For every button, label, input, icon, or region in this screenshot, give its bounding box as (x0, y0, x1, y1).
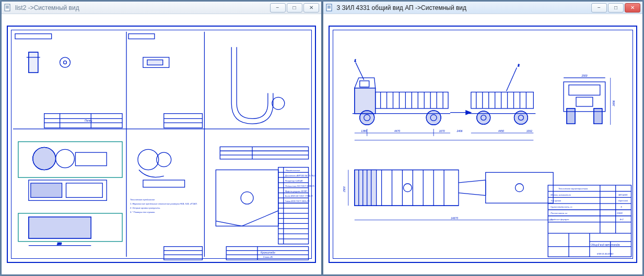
svg-line-128 (506, 67, 517, 91)
drawing-sheet: 280 Технические требования 1. Неуказанны… (7, 26, 316, 263)
close-button[interactable]: ✕ (625, 3, 640, 13)
svg-rect-114 (569, 85, 600, 95)
svg-rect-3 (6, 8, 9, 8)
svg-rect-18 (128, 34, 155, 39)
minimize-button[interactable]: − (591, 3, 607, 13)
spec-row-value: 4×2 (619, 218, 624, 221)
svg-point-112 (518, 115, 523, 121)
maximize-icon: □ (614, 5, 617, 10)
svg-rect-53 (278, 167, 309, 244)
svg-rect-29 (18, 142, 122, 178)
mdi-window-zil4331: 3 ЗИЛ 4331 общий вид АП ->Системный вид … (323, 1, 643, 275)
titlebar[interactable]: list2 ->Системный вид − □ ✕ (2, 2, 321, 14)
spec-row-label: Модель автомобиля (551, 194, 571, 196)
svg-rect-12 (15, 34, 52, 39)
svg-point-90 (359, 111, 374, 125)
svg-rect-149 (548, 185, 631, 257)
spec-row-label: Грузоподъёмность, т (551, 206, 572, 208)
svg-point-107 (476, 111, 490, 124)
drawing-svg: 280 Технические требования 1. Неуказанны… (8, 27, 315, 262)
svg-rect-44 (164, 247, 203, 260)
spec-row-value: бортовой (618, 199, 628, 202)
svg-rect-37 (66, 183, 103, 197)
svg-rect-14 (29, 52, 38, 73)
window-title: 3 ЗИЛ 4331 общий вид АП ->Системный вид (337, 4, 592, 11)
svg-rect-118 (593, 109, 602, 124)
maximize-button[interactable]: □ (608, 3, 624, 13)
svg-rect-2 (6, 7, 9, 7)
close-icon: ✕ (630, 5, 635, 10)
drawing-canvas-left[interactable]: 280 Технические требования 1. Неуказанны… (2, 14, 321, 274)
svg-rect-115 (567, 109, 575, 124)
svg-point-17 (64, 61, 67, 64)
titlebar[interactable]: 3 ЗИЛ 4331 общий вид АП ->Системный вид … (323, 2, 643, 14)
svg-rect-25 (220, 147, 308, 159)
svg-rect-38 (29, 217, 91, 238)
dim-text: 2500 (581, 75, 587, 77)
titleblock-title: Общий вид автопоезда (591, 243, 620, 246)
spec-row-label: Полная масса, кг (551, 212, 567, 214)
titleblock-code: КПИ 01.00.00 ВО (597, 253, 613, 255)
dim-text: 4450 (498, 130, 504, 133)
svg-rect-70 (327, 6, 331, 6)
close-button[interactable]: ✕ (303, 3, 319, 13)
svg-rect-75 (359, 81, 369, 87)
subframe-material: Сталь 45 (263, 256, 273, 258)
dim-text: 2656 (612, 100, 615, 106)
svg-line-127 (355, 63, 364, 80)
maximize-icon: □ (292, 5, 296, 10)
spec-row: Болт М10×30 ГОСТ 7798-70 (285, 195, 313, 198)
dim-text: 4470 (394, 130, 400, 133)
svg-rect-35 (29, 180, 107, 200)
svg-rect-21 (164, 114, 203, 128)
svg-point-48 (241, 192, 253, 205)
svg-point-110 (514, 111, 528, 124)
drawing-canvas-right[interactable]: 4470 1380 1670 2406 4450 1092 2656 2500 … (323, 14, 643, 274)
svg-rect-113 (564, 82, 605, 112)
minimize-button[interactable]: − (270, 3, 286, 13)
dim-text: 1670 (439, 130, 444, 133)
minimize-icon: − (276, 5, 279, 10)
svg-rect-13 (29, 52, 38, 73)
spec-row: Гайка М10 ГОСТ 5915-70 (285, 200, 310, 202)
svg-rect-34 (75, 152, 107, 165)
dim-text: 14670 (451, 217, 458, 220)
spec-row: Подшипник 210 ГОСТ 8338-75 (285, 185, 315, 187)
drawing-sheet: 4470 1380 1670 2406 4450 1092 2656 2500 … (329, 26, 638, 263)
spec-row-value: ЗИЛ-4331 (618, 194, 627, 196)
svg-rect-49 (226, 247, 308, 260)
svg-rect-72 (327, 8, 331, 8)
svg-rect-71 (327, 7, 331, 7)
svg-rect-36 (31, 183, 62, 197)
svg-rect-76 (375, 92, 448, 108)
dim-text: 2406 (456, 130, 462, 133)
svg-rect-69 (326, 4, 332, 11)
balloon: 2 (517, 65, 519, 67)
notes-line: 1. Неуказанные предельные отклонения раз… (130, 202, 197, 205)
spec-header: Техническая характеристика (558, 187, 588, 190)
svg-rect-1 (6, 6, 9, 6)
spec-row-label: Тип кузова (551, 199, 561, 202)
maximize-button[interactable]: □ (287, 3, 302, 13)
dim-text: 1092 (526, 130, 532, 133)
svg-point-24 (272, 97, 285, 110)
svg-rect-0 (5, 4, 10, 11)
window-title: list2 ->Системный вид (15, 4, 270, 11)
subframe-title: Кронштейн (261, 251, 275, 254)
svg-point-109 (481, 115, 486, 121)
svg-rect-73 (354, 88, 375, 114)
svg-point-93 (426, 111, 441, 125)
svg-point-16 (60, 57, 71, 68)
spec-row: Двигатель АИР100 S4 У3, N=3 кВт (285, 174, 315, 177)
subframe-title: Палец (85, 119, 92, 122)
spec-row-value: 11000 (616, 212, 623, 214)
spec-row-value: 6 (620, 206, 622, 208)
svg-point-146 (515, 184, 523, 192)
svg-point-108 (476, 111, 490, 124)
document-icon (4, 4, 12, 12)
dim-text: 2500 (343, 186, 345, 193)
window-buttons: − □ ✕ (591, 3, 640, 13)
svg-point-32 (33, 147, 56, 170)
svg-rect-39 (29, 217, 91, 238)
dim-text: 280 (57, 243, 62, 245)
